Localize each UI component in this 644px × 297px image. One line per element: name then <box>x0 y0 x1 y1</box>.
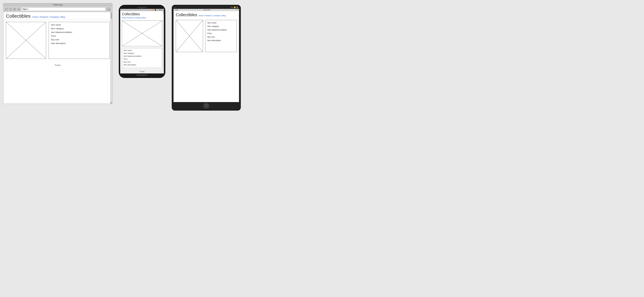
phone-item-description: Item description <box>124 64 160 66</box>
tablet-site-logo: Collectibles <box>176 12 197 17</box>
browser-scrollbar[interactable] <box>110 12 112 104</box>
item-name: Item name <box>51 24 107 26</box>
tablet-nav-home[interactable]: Home <box>199 15 204 17</box>
tablet-home-button[interactable] <box>204 103 209 109</box>
browser-title-bar: A Web Page <box>3 3 112 7</box>
phone-status-icons: 📶 📱 🔋 22:13 <box>152 9 162 11</box>
phone-site-nav: Home | Products | Company | Blog <box>122 17 162 19</box>
item-features: Item features/condition <box>51 31 107 34</box>
site-footer: Footer <box>3 61 112 70</box>
phone-buy-now[interactable]: Buy now <box>124 61 160 63</box>
phone-product-info: Item name Item category Item features/co… <box>122 48 162 68</box>
tablet-item-features: Item features/condition <box>208 29 235 31</box>
phone-item-category: Item category <box>124 52 160 54</box>
browser-mockup: A Web Page ← → ✕ ⌂ 🔍 Collectibles Home |… <box>3 3 112 104</box>
tablet-mockup: iPad 📶 🔋 iPad 10:15 PM 🔋 Collectibles Ho… <box>172 5 241 111</box>
site-main: Item name Item category Item features/co… <box>3 20 112 61</box>
phone-nav-products[interactable]: Products <box>127 17 134 19</box>
nav-blog[interactable]: Blog <box>61 16 65 18</box>
tablet-price: Price <box>208 32 235 35</box>
url-bar[interactable] <box>21 8 106 11</box>
phone-site-header: Collectibles Home | Products | Company |… <box>120 11 164 19</box>
site-logo: Collectibles <box>6 13 30 19</box>
tablet-home-inner <box>205 104 208 107</box>
browser-title: A Web Page <box>53 4 63 6</box>
phone-nav-blog[interactable]: Blog <box>142 17 146 19</box>
browser-content-area: Collectibles Home | Products | Company |… <box>3 12 112 104</box>
phone-main: Item name Item category Item features/co… <box>120 19 164 69</box>
phone-nav-company[interactable]: Company <box>134 17 142 19</box>
forward-button[interactable]: → <box>9 8 12 11</box>
phone-product-image <box>122 21 162 46</box>
site-header: Collectibles Home | Products | Company |… <box>3 12 112 20</box>
resize-handle[interactable] <box>110 102 112 104</box>
buy-now[interactable]: Buy now <box>51 39 107 41</box>
phone-scrollbar[interactable] <box>163 9 164 74</box>
tablet-site-nav: Home | Products | Company | Blog <box>199 15 226 17</box>
phone-status-bar: 📶 📱 🔋 22:13 <box>120 9 164 11</box>
tablet-battery-icon: 🔋 <box>236 9 238 11</box>
tablet-product-info: Item name Item category Item features/co… <box>205 20 237 52</box>
phone-scrollbar-thumb[interactable] <box>163 9 164 14</box>
tablet-nav-products[interactable]: Products <box>205 15 212 17</box>
search-button[interactable]: 🔍 <box>106 8 111 11</box>
tablet-item-category: Item category <box>208 25 235 28</box>
tablet-nav-blog[interactable]: Blog <box>222 15 226 17</box>
nav-home[interactable]: Home <box>32 16 38 18</box>
phone-mockup: 📶 📱 🔋 22:13 Collectibles Home | Products… <box>119 5 165 78</box>
tablet-top-bar: iPad 📶 🔋 <box>172 5 240 9</box>
scrollbar-thumb[interactable] <box>111 12 112 19</box>
tablet-status-device: iPad <box>175 9 178 11</box>
product-image-placeholder <box>6 22 46 59</box>
close-button[interactable]: ✕ <box>13 8 16 11</box>
phone-site-logo: Collectibles <box>122 12 162 16</box>
tablet-status-time: 10:15 PM <box>204 9 210 11</box>
site-nav: Home | Products | Company | Blog <box>32 16 65 18</box>
tablet-device: iPad <box>230 7 233 8</box>
phone-camera <box>142 8 143 9</box>
browser-toolbar: ← → ✕ ⌂ 🔍 <box>3 7 112 12</box>
nav-products[interactable]: Products <box>40 16 48 18</box>
back-button[interactable]: ← <box>5 8 8 11</box>
home-button[interactable]: ⌂ <box>17 8 20 11</box>
tablet-status-icons: iPad 📶 🔋 <box>230 7 238 8</box>
phone-time: 22:13 <box>159 9 162 11</box>
tablet-item-name: Item name <box>208 22 235 24</box>
phone-price: Price <box>124 58 160 60</box>
nav-company[interactable]: Company <box>50 16 59 18</box>
tablet-item-description: Item description <box>208 39 235 42</box>
item-description: Item description <box>51 42 107 45</box>
tablet-main: Item name Item category Item features/co… <box>174 18 239 54</box>
phone-footer: Footer <box>120 69 164 74</box>
phone-nav-home[interactable]: Home <box>122 17 126 19</box>
phone-screen: 📶 📱 🔋 22:13 Collectibles Home | Products… <box>120 9 164 74</box>
item-category: Item category <box>51 27 107 30</box>
tablet-camera <box>174 7 176 8</box>
phone-home-bar <box>119 74 165 78</box>
price: Price <box>51 35 107 37</box>
tablet-buy-now[interactable]: Buy now <box>208 36 235 38</box>
phone-home-indicator[interactable] <box>136 75 148 76</box>
phone-item-name: Item name <box>124 49 160 51</box>
tablet-product-image <box>176 20 203 52</box>
tablet-site-header: Collectibles Home | Products | Company |… <box>174 11 239 18</box>
tablet-screen: iPad 10:15 PM 🔋 Collectibles Home | Prod… <box>174 9 239 102</box>
tablet-status-bar: iPad 10:15 PM 🔋 <box>174 9 239 11</box>
phone-item-features: Item features/condition <box>124 55 160 57</box>
product-info-box: Item name Item category Item features/co… <box>49 22 110 59</box>
tablet-nav-company[interactable]: Company <box>213 15 221 17</box>
